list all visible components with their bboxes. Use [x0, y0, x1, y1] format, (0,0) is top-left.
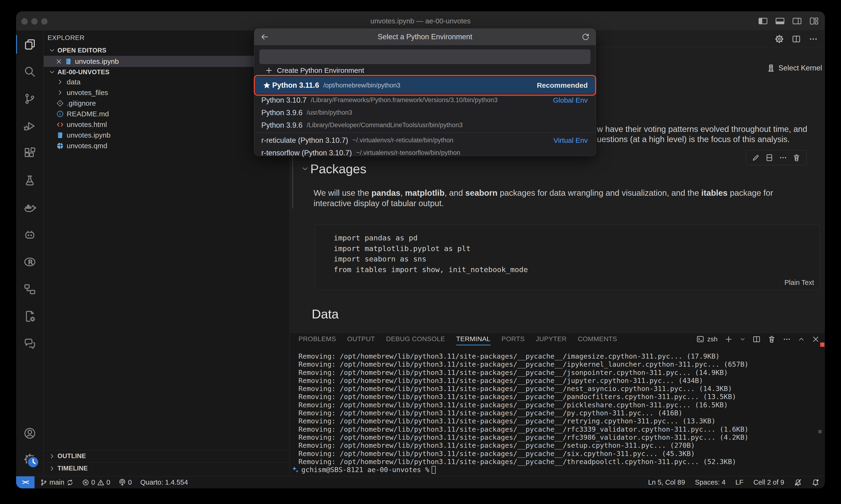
activity-source-control[interactable] [16, 85, 43, 112]
open-editors-label: OPEN EDITORS [57, 47, 106, 54]
packages-heading: Packages [312, 161, 366, 176]
refresh-icon[interactable] [581, 33, 590, 41]
python-environment-picker: Select a Python Environment Create Pytho… [254, 29, 596, 156]
select-kernel-button[interactable]: Select Kernel [767, 62, 822, 74]
activity-explorer[interactable] [16, 31, 43, 58]
account-button[interactable] [16, 420, 43, 446]
maximize-panel-icon[interactable] [798, 336, 805, 343]
activity-task-runner[interactable] [16, 303, 43, 330]
code-content: import pandas as pd import matplotlib.py… [334, 233, 528, 275]
panel-tab-problems[interactable]: PROBLEMS [299, 333, 336, 345]
env-item-python-3.11.6[interactable]: Python 3.11.6/opt/homebrew/bin/python3Re… [255, 77, 595, 94]
quickpick-search-input[interactable] [260, 49, 591, 64]
file-unvotes.qmd[interactable]: unvotes.qmd [44, 140, 289, 151]
activity-chat[interactable] [16, 330, 43, 357]
remote-icon: >< [22, 479, 29, 486]
workspace-section[interactable]: AE-00-UNVOTES [44, 67, 289, 77]
problems-item[interactable]: 0 0 [82, 479, 110, 486]
quarto-version[interactable]: Quarto: 1.4.554 [140, 479, 188, 486]
file-.gitignore[interactable]: .gitignore [44, 98, 289, 108]
quarto-icon [56, 142, 64, 150]
customize-layout[interactable] [809, 16, 819, 26]
panel-tab-jupyter[interactable]: JUPYTER [536, 333, 567, 345]
env-item-r-reticulate-python-3.10.7-[interactable]: r-reticulate (Python 3.10.7)~/.virtualen… [255, 134, 595, 147]
folder-data[interactable]: data [44, 77, 289, 87]
close-editor-icon[interactable] [56, 58, 62, 65]
activity-project-explorer[interactable] [16, 275, 43, 303]
activity-run-debug[interactable] [16, 112, 43, 140]
activity-r-language[interactable]: R [16, 248, 43, 275]
cursor-position[interactable]: Ln 5, Col 89 [648, 479, 685, 486]
data-heading: Data [314, 307, 339, 321]
notification-bell-icon[interactable] [812, 479, 819, 486]
env-item-r-tensorflow-python-3.10.7-[interactable]: r-tensorflow (Python 3.10.7)~/.virtualen… [255, 147, 595, 159]
env-item-python-3.10.7[interactable]: Python 3.10.7/Library/Frameworks/Python.… [255, 94, 595, 106]
terminal-icon[interactable] [696, 335, 704, 343]
bell-slash-icon[interactable] [794, 479, 802, 486]
radio-tower-icon [119, 479, 126, 486]
code-cell[interactable]: import pandas as pd import matplotlib.py… [315, 224, 820, 290]
split-editor-icon[interactable] [792, 35, 801, 43]
open-editors-section[interactable]: OPEN EDITORS [44, 45, 289, 56]
outline-label: OUTLINE [57, 452, 86, 460]
indentation[interactable]: Spaces: 4 [695, 479, 726, 486]
panel-more-icon[interactable] [783, 335, 791, 343]
more-actions-icon[interactable] [809, 35, 818, 43]
kill-terminal-icon[interactable] [768, 335, 776, 343]
activity-containers[interactable] [16, 221, 43, 248]
timeline-section[interactable]: TIMELINE [44, 462, 289, 474]
svg-text:R: R [28, 258, 33, 266]
close-panel-icon[interactable] [812, 335, 820, 343]
outline-section[interactable]: OUTLINE [44, 450, 289, 462]
terminal-dropdown-icon[interactable] [740, 336, 746, 342]
eol-type[interactable]: LF [735, 479, 744, 486]
folder-unvotes_files[interactable]: unvotes_files [44, 87, 289, 98]
open-editor-unvotes-ipynb[interactable]: unvotes.ipynb [44, 56, 289, 67]
delete-cell-icon[interactable] [792, 154, 801, 162]
toggle-panel[interactable] [775, 16, 785, 26]
split-terminal-icon[interactable] [753, 335, 761, 343]
panel-tab-terminal[interactable]: TERMINAL [456, 333, 490, 345]
toggle-primary-sidebar[interactable] [758, 16, 768, 26]
git-branch-item[interactable]: main [40, 479, 74, 486]
panel-tab-output[interactable]: OUTPUT [347, 333, 375, 345]
notebook-settings-icon[interactable] [775, 35, 784, 43]
markdown-text-line1: w have their voting patterns evolved thr… [597, 124, 807, 134]
new-terminal-icon[interactable] [724, 335, 733, 343]
file-unvotes.html[interactable]: unvotes.html [44, 119, 289, 130]
panel-tab-debug-console[interactable]: DEBUG CONSOLE [386, 333, 445, 345]
split-cell-icon[interactable] [765, 154, 773, 162]
toggle-secondary-sidebar[interactable] [792, 16, 802, 26]
panel-tab-comments[interactable]: COMMENTS [578, 333, 617, 345]
cell-language-label[interactable]: Plain Text [785, 279, 814, 287]
create-python-environment-item[interactable]: Create Python Environment [255, 64, 595, 77]
comments-icon [24, 337, 36, 349]
scrollbar-marker [820, 343, 824, 347]
panel-tab-ports[interactable]: PORTS [502, 333, 525, 345]
file-unvotes.ipynb[interactable]: unvotes.ipynb [44, 130, 289, 140]
ports-item[interactable]: 0 [119, 479, 132, 486]
sparkle-icon [291, 466, 300, 474]
env-item-python-3.9.6[interactable]: Python 3.9.6/usr/bin/python3 [255, 106, 595, 119]
cell-indicator[interactable]: Cell 2 of 9 [753, 479, 784, 486]
terminal-prompt[interactable]: gchism@SBS-8121 ae-00-unvotes % [291, 466, 436, 474]
cell-more-actions-icon[interactable] [779, 154, 787, 162]
edit-cell-icon[interactable] [752, 154, 760, 162]
settings-button[interactable] [16, 446, 43, 472]
collapse-section-icon[interactable] [300, 165, 310, 172]
terminal-output[interactable]: Removing: /opt/homebrew/lib/python3.11/s… [299, 352, 749, 466]
env-item-python-3.9.6[interactable]: Python 3.9.6/Library/Developer/CommandLi… [255, 119, 595, 131]
text-segment: itables [701, 188, 728, 197]
activity-testing[interactable] [16, 167, 43, 194]
notebook-icon [56, 131, 64, 139]
activity-docker[interactable] [16, 194, 43, 221]
scrollbar-handle[interactable] [818, 430, 822, 433]
back-icon[interactable] [261, 33, 269, 41]
file-README.md[interactable]: README.md [44, 108, 289, 119]
activity-search[interactable] [16, 58, 43, 85]
remote-indicator[interactable]: >< [16, 476, 35, 488]
shell-label[interactable]: zsh [707, 336, 718, 343]
source-control-icon [24, 93, 36, 105]
status-bar: >< main 0 0 0 Quarto: 1.4.554 Ln 5, Col … [16, 476, 825, 488]
activity-extensions[interactable] [16, 140, 43, 167]
